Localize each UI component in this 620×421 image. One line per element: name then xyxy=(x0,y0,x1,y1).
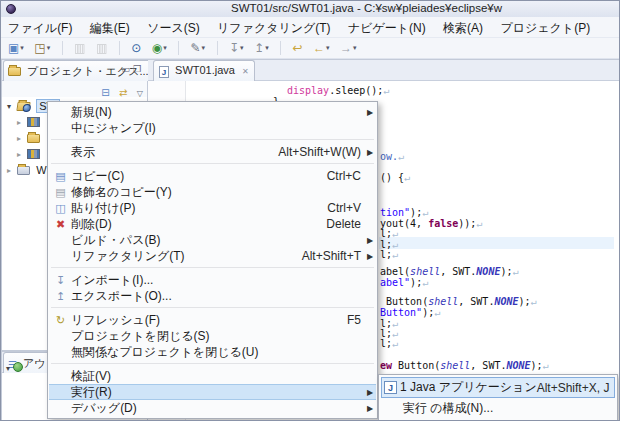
menu-item-label: 貼り付け(P) xyxy=(71,200,136,217)
menu-navigate[interactable]: ナビゲート(N) xyxy=(341,17,433,37)
chevron-down-icon[interactable]: ▾ xyxy=(240,44,244,51)
maximize-icon[interactable]: ❒ xyxy=(133,64,144,74)
menu-item-export[interactable]: ↥エクスポート(O)... xyxy=(49,288,376,304)
menu-search[interactable]: 検索(A) xyxy=(436,17,490,37)
explorer-tab-strip: プロジェクト・エクス... ✕ ▭❒ xyxy=(2,60,147,81)
menu-item-new[interactable]: 新規(N)▶ xyxy=(49,104,376,120)
last-edit-location-button[interactable]: ↩ xyxy=(291,40,305,57)
outline-class-item[interactable]: ▾ xyxy=(6,361,26,373)
title-bar: SWT01/src/SWT01.java - C:¥sw¥pleiades¥ec… xyxy=(1,1,620,17)
tree-item-referenced-library[interactable]: ▸ xyxy=(14,148,43,164)
chevron-down-icon[interactable]: ▾ xyxy=(353,44,357,51)
menu-item-build-path[interactable]: ビルド・パス(B)▶ xyxy=(49,232,376,248)
run-button[interactable]: ◉▾ xyxy=(150,40,169,57)
chevron-down-icon[interactable]: ▾ xyxy=(326,44,330,51)
new-java-project-icon: ◳ xyxy=(34,41,45,55)
code-line: ow.↵ xyxy=(380,151,404,163)
chevron-down-icon[interactable]: ▾ xyxy=(20,44,24,51)
eclipse-app-icon[interactable] xyxy=(6,4,16,14)
menu-project[interactable]: プロジェクト(P) xyxy=(493,17,597,37)
menu-item-label: 削除(D) xyxy=(71,216,112,233)
last-edit-location-icon: ↩ xyxy=(293,41,303,55)
debug-icon: ⊙ xyxy=(131,41,141,55)
menu-item-validate[interactable]: 検証(V) xyxy=(49,368,376,384)
menu-item-refactor[interactable]: リファクタリング(T)Alt+Shift+T▶ xyxy=(49,248,376,264)
toolbar-separator xyxy=(280,41,281,55)
chevron-down-icon[interactable]: ▾ xyxy=(202,44,206,51)
menu-refactor[interactable]: リファクタリング(T) xyxy=(210,17,338,37)
expand-arrow-icon[interactable]: ▸ xyxy=(4,166,14,175)
code-line: () {↵ xyxy=(380,172,410,184)
folder-icon xyxy=(27,134,40,143)
tab-swt01-java[interactable]: J SWT01.java ✕ xyxy=(153,60,255,81)
paste-icon: ◫ xyxy=(53,202,68,215)
delete-icon: ✖ xyxy=(53,218,68,231)
menu-item-accel: Ctrl+V xyxy=(327,201,364,215)
chevron-down-icon[interactable]: ▾ xyxy=(163,44,167,51)
library-icon xyxy=(27,149,40,159)
menu-item-close-unrelated-projects[interactable]: 無関係なプロジェクトを閉じる(U) xyxy=(49,344,376,360)
expand-arrow-icon[interactable]: ▸ xyxy=(14,150,24,159)
chevron-down-icon[interactable]: ▾ xyxy=(47,44,51,51)
menu-separator xyxy=(51,267,374,268)
class-icon xyxy=(13,362,23,372)
java-application-icon: J xyxy=(384,381,397,394)
menu-item-go-into[interactable]: 中にジャンプ(I) xyxy=(49,120,376,136)
submenu-item-java-application[interactable]: J 1 Java アプリケーション Alt+Shift+X, J xyxy=(381,377,615,398)
menu-item-copy-qualified-name[interactable]: ▤修飾名のコピー(Y) xyxy=(49,184,376,200)
menu-item-label: コピー(C) xyxy=(71,168,124,185)
view-menu-icon[interactable]: ▽ xyxy=(137,89,143,98)
collapse-all-icon[interactable]: ⊟ xyxy=(101,87,109,98)
debug-button[interactable]: ⊙ xyxy=(129,40,143,57)
menu-item-label: 修飾名のコピー(Y) xyxy=(71,184,172,201)
save-all-button[interactable]: ▥ xyxy=(94,40,109,57)
previous-annotation-button[interactable]: ↥▾ xyxy=(252,40,271,57)
forward-button[interactable]: →▾ xyxy=(338,40,359,57)
code-line: display.sleep();↵ xyxy=(287,85,389,97)
chevron-down-icon[interactable]: ▾ xyxy=(265,44,269,51)
menu-item-delete[interactable]: ✖削除(D)Delete xyxy=(49,216,376,232)
link-with-editor-icon[interactable]: ⇄ xyxy=(119,87,127,98)
library-icon xyxy=(27,117,40,127)
menu-item-label: 中にジャンプ(I) xyxy=(71,120,156,137)
menu-item-run-as[interactable]: 実行(R)▶ xyxy=(49,384,376,400)
menu-edit[interactable]: 編集(E) xyxy=(83,17,137,37)
menu-separator xyxy=(51,139,374,140)
menu-item-refresh[interactable]: ↻リフレッシュ(F)F5 xyxy=(49,312,376,328)
expand-arrow-icon[interactable]: ▾ xyxy=(4,102,14,111)
menu-item-copy[interactable]: ▤コピー(C)Ctrl+C xyxy=(49,168,376,184)
expand-arrow-icon[interactable]: ▸ xyxy=(14,118,24,127)
close-icon[interactable]: ✕ xyxy=(242,67,249,76)
menu-item-debug-as[interactable]: デバッグ(D)▶ xyxy=(49,400,376,416)
project-context-menu: 新規(N)▶ 中にジャンプ(I) 表示Alt+Shift+W(W)▶ ▤コピー(… xyxy=(47,101,378,419)
menu-item-import[interactable]: ↧インポート(I)... xyxy=(49,272,376,288)
menu-item-label: デバッグ(D) xyxy=(71,400,137,417)
expand-arrow-icon[interactable]: ▾ xyxy=(6,364,10,373)
menu-item-accel: Delete xyxy=(326,217,364,231)
menu-item-label: エクスポート(O)... xyxy=(71,288,172,305)
new-wizard-icon: ▣ xyxy=(8,41,19,55)
menu-file[interactable]: ファイル(F) xyxy=(1,17,79,37)
save-button[interactable]: ▥ xyxy=(72,40,87,57)
tree-item-w-project[interactable]: ▸ W xyxy=(4,164,47,180)
menu-bar: ファイル(F) 編集(E) ソース(S) リファクタリング(T) ナビゲート(N… xyxy=(1,17,620,38)
main-toolbar: ▣▾ ◳▾ ▥ ▥ ⊙ ◉▾ ✎▾ ↧▾ ↥▾ ↩ ←▾ →▾ xyxy=(1,38,620,59)
minimize-icon[interactable]: ▭ xyxy=(121,64,133,74)
menu-item-close-project[interactable]: プロジェクトを閉じる(S) xyxy=(49,328,376,344)
toolbar-separator xyxy=(62,41,63,55)
submenu-item-run-configurations[interactable]: 実行 の構成(N)... xyxy=(381,398,615,419)
new-wizard-button[interactable]: ▣▾ xyxy=(6,40,26,57)
menu-item-paste[interactable]: ◫貼り付け(P)Ctrl+V xyxy=(49,200,376,216)
menu-item-show-in[interactable]: 表示Alt+Shift+W(W)▶ xyxy=(49,144,376,160)
external-tools-button[interactable]: ✎▾ xyxy=(189,40,208,57)
tree-item-jre-library[interactable]: ▸ xyxy=(14,116,43,132)
export-icon: ↥ xyxy=(53,290,68,303)
tree-item-src-folder[interactable]: ▸ xyxy=(14,132,43,148)
menu-source[interactable]: ソース(S) xyxy=(140,17,207,37)
back-button[interactable]: ←▾ xyxy=(311,40,332,57)
new-java-project-button[interactable]: ◳▾ xyxy=(32,40,52,57)
next-annotation-button[interactable]: ↧▾ xyxy=(227,40,246,57)
expand-arrow-icon[interactable]: ▸ xyxy=(14,134,24,143)
code-line: l;↵ xyxy=(380,338,398,350)
copy-icon: ▤ xyxy=(53,170,68,183)
